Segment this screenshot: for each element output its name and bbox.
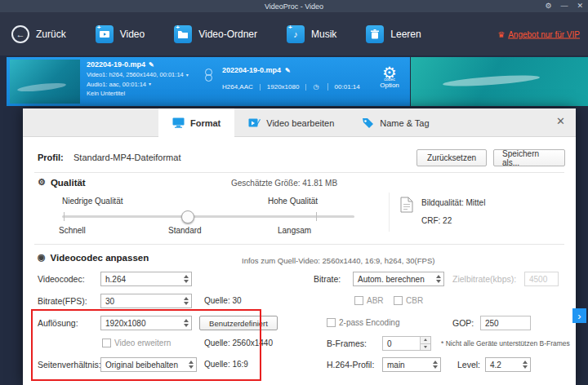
selected-video-row[interactable]: 202204-19-0.mp4 ✎ Video1: h264, 2560x144… xyxy=(7,57,410,106)
video-icon: + xyxy=(96,25,114,43)
audio-track-selector[interactable]: Audio1: aac, 00:01:14 ▾ xyxy=(87,82,189,88)
clear-list-button[interactable]: Leeren xyxy=(366,25,421,43)
tab-name-tag[interactable]: Name & Tag xyxy=(348,108,443,137)
source-track-info: 202204-19-0.mp4 ✎ Video1: h264, 2560x144… xyxy=(87,61,189,97)
combo-arrows-icon xyxy=(436,275,441,283)
profile-label: Profil: xyxy=(38,153,64,162)
h264-profile-dropdown[interactable]: main xyxy=(382,357,441,372)
resolution-highlight-annotation xyxy=(31,309,261,381)
next-video-thumbnail[interactable] xyxy=(411,57,588,106)
codec-option-button[interactable]: ⚙ codec Option xyxy=(376,64,403,89)
titlebar: VideoProc - Video ⚙ — ✕ xyxy=(0,0,588,12)
music-note-icon: ♪ + xyxy=(287,25,305,43)
combo-arrows-icon xyxy=(184,297,189,305)
high-quality-label: Hohe Qualität xyxy=(268,197,318,206)
plus-badge-icon: + xyxy=(288,24,292,31)
folder-icon: + xyxy=(174,25,192,43)
abr-label: ABR xyxy=(367,294,384,308)
subtitle-selector[interactable]: Kein Untertitel xyxy=(87,91,189,97)
settings-gear-icon[interactable]: ⚙ xyxy=(545,0,551,12)
combo-arrows-icon xyxy=(523,361,528,369)
abr-checkbox[interactable] xyxy=(354,296,363,305)
combo-arrows-icon xyxy=(184,275,189,283)
format-settings-dialog: Format Video bearbeiten Name & Tag ✕ Pro… xyxy=(23,108,576,385)
twopass-label: 2-pass Encoding xyxy=(339,316,400,330)
quality-slider[interactable] xyxy=(62,215,354,218)
bframes-label: B-Frames: xyxy=(327,336,367,351)
bframes-note: * Nicht alle Geräte unterstützen B-Frame… xyxy=(441,336,570,351)
scroll-next-button[interactable]: › xyxy=(572,308,586,323)
source-video-info: Infos zum Quell-Video: 2560x1440, 16:9, … xyxy=(242,256,434,265)
window-title: VideoProc - Video xyxy=(265,2,323,11)
divider xyxy=(34,172,564,173)
codec-section-icon: ◉ xyxy=(38,252,46,263)
fps-label: Bitrate(FPS): xyxy=(38,294,87,308)
cbr-label: CBR xyxy=(406,294,423,308)
fps-dropdown[interactable]: 30 xyxy=(100,294,192,308)
bframes-stepper[interactable]: 0 xyxy=(382,336,431,351)
add-video-button[interactable]: + Video xyxy=(96,25,145,43)
level-label: Level: xyxy=(457,357,480,372)
rename-pencil-icon[interactable]: ✎ xyxy=(149,62,154,69)
add-video-folder-label: Video-Ordner xyxy=(198,29,257,40)
monitor-icon xyxy=(172,117,185,128)
vip-offer-label: Angebot nur für VIP xyxy=(508,29,580,38)
document-icon xyxy=(400,197,413,215)
dialog-close-icon[interactable]: ✕ xyxy=(556,116,565,126)
crf-value: CRF: 22 xyxy=(421,216,452,225)
caret-down-icon: ▾ xyxy=(186,73,189,77)
video-track-selector[interactable]: Video1: h264, 2560x1440, 00:01:14 ▾ xyxy=(87,72,189,78)
level-dropdown[interactable]: 4.2 xyxy=(485,357,531,372)
caret-down-icon: ▾ xyxy=(149,82,151,86)
back-button[interactable]: ← Zurück xyxy=(11,25,66,43)
divider xyxy=(389,192,390,232)
minimize-icon[interactable]: — xyxy=(560,0,568,12)
gop-label: GOP: xyxy=(452,316,474,330)
next-arrow-icon: › xyxy=(577,311,581,321)
gop-input[interactable]: 250 xyxy=(480,316,531,330)
videocodec-dropdown[interactable]: h.264 xyxy=(100,272,192,286)
twopass-checkbox[interactable] xyxy=(327,318,336,327)
tab-format[interactable]: Format xyxy=(158,108,234,137)
back-label: Zurück xyxy=(36,29,66,40)
quality-slider-handle[interactable] xyxy=(181,210,194,223)
codec-section-title: ◉ Videocodec anpassen xyxy=(38,252,149,263)
vip-offer-link[interactable]: ♛ Angebot nur für VIP xyxy=(497,29,580,38)
output-info: 202204-19-0.mp4 ✎ H264,AAC 1920x1080 ◷ 0… xyxy=(222,67,373,91)
fps-source: Quelle: 30 xyxy=(204,294,242,308)
cbr-checkbox[interactable] xyxy=(394,296,403,305)
bitrate-label: Bitrate: xyxy=(314,272,341,286)
tab-video-bearbeiten[interactable]: Video bearbeiten xyxy=(234,108,348,137)
slider-tick xyxy=(64,212,65,221)
main-toolbar: ← Zurück + Video + Video-Ordner ♪ + Musi… xyxy=(0,12,588,55)
plus-badge-icon: + xyxy=(97,24,101,31)
close-icon[interactable]: ✕ xyxy=(577,0,583,12)
rename-pencil-icon[interactable]: ✎ xyxy=(285,68,291,74)
add-music-button[interactable]: ♪ + Musik xyxy=(287,25,336,43)
image-quality-value: Bildqualität: Mittel xyxy=(421,198,485,207)
save-as-button[interactable]: Speichern als... xyxy=(493,149,565,166)
vip-crown-icon: ♛ xyxy=(497,29,505,38)
combo-arrows-icon xyxy=(433,361,438,369)
add-video-folder-button[interactable]: + Video-Ordner xyxy=(174,25,257,43)
target-bitrate-label: Zielbitrate(kbps): xyxy=(452,272,516,286)
add-music-label: Musik xyxy=(311,29,336,40)
codec-gear-label: codec xyxy=(384,70,394,88)
slider-tick xyxy=(316,212,317,221)
stepper-arrows-icon[interactable] xyxy=(420,337,430,350)
dialog-tab-strip: Format Video bearbeiten Name & Tag ✕ xyxy=(23,108,576,137)
bitrate-mode-dropdown[interactable]: Autom. berechnen xyxy=(353,272,444,286)
reset-button[interactable]: Zurücksetzen xyxy=(416,149,487,166)
output-file-name: 202204-19-0.mp4 xyxy=(222,67,281,74)
estimated-size: Geschätzte Größe: 41.81 MB xyxy=(231,179,337,188)
divider xyxy=(34,244,564,245)
edit-video-icon xyxy=(248,117,261,128)
profile-value: Standard-MP4-Dateiformat xyxy=(74,153,180,162)
target-bitrate-input[interactable]: 4500 xyxy=(524,272,559,286)
tab-video-bearbeiten-label: Video bearbeiten xyxy=(266,118,334,128)
low-quality-label: Niedrige Qualität xyxy=(62,197,122,206)
fast-label: Schnell xyxy=(59,226,86,235)
output-codec: H264,AAC xyxy=(222,84,260,91)
h264-profile-label: H.264-Profil: xyxy=(327,357,374,372)
quality-section-title: ⚙ Qualität xyxy=(38,177,86,188)
